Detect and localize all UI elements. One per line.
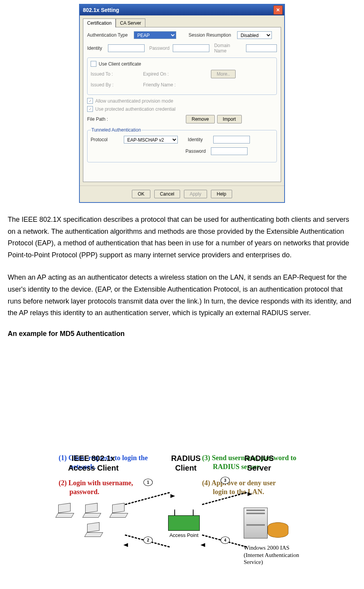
settings-dialog: 802.1x Setting ✕ Certification CA Server… — [79, 4, 285, 203]
step-marker-3: 3 — [221, 477, 230, 484]
apply-button[interactable]: Apply — [184, 190, 207, 198]
laptop-icon — [111, 504, 128, 517]
titlebar[interactable]: 802.1x Setting ✕ — [80, 5, 284, 15]
help-button[interactable]: Help — [211, 190, 232, 198]
allow-unauth-check: ✓ Allow unauthenticated provision mode — [87, 98, 277, 104]
file-path-label: File Path : — [87, 116, 184, 122]
password-label: Password — [149, 46, 171, 51]
remove-button[interactable]: Remove — [186, 115, 215, 123]
arrowhead-icon — [248, 492, 252, 496]
radius-server-title: RADIUSServer — [236, 454, 282, 473]
password-input[interactable] — [173, 44, 209, 52]
step-marker-4: 4 — [221, 537, 230, 544]
access-client-title: IEEE 802.1xAccess Client — [59, 454, 128, 473]
paragraph-1: The IEEE 802.1X specification describes … — [8, 214, 356, 261]
example-heading: An example for MD5 Authentication — [8, 330, 356, 338]
domain-name-label: Domain Name — [214, 43, 244, 54]
tab-certification[interactable]: Certification — [83, 19, 116, 27]
friendly-name-label: Friendly Name : — [143, 82, 176, 88]
ok-button[interactable]: OK — [132, 190, 150, 198]
protocol-label: Protocol — [91, 137, 121, 142]
server-icon — [244, 508, 268, 538]
tun-identity-input[interactable] — [213, 136, 250, 143]
arrowhead-icon — [170, 494, 175, 498]
tab-strip: Certification CA Server — [80, 15, 284, 27]
radius-client-title: RADIUSClient — [163, 454, 209, 473]
checkbox-icon: ✓ — [87, 98, 93, 104]
cancel-button[interactable]: Cancel — [154, 190, 180, 198]
session-resumption-select[interactable]: Disabled — [237, 31, 272, 39]
tun-password-label: Password — [185, 149, 209, 154]
server-caption: Windows 2000 IAS (Internet Authenticatio… — [244, 544, 299, 566]
domain-name-input[interactable] — [246, 44, 277, 52]
use-protected-check: ✓ Use protected authentication credentia… — [87, 106, 277, 112]
identity-input[interactable] — [108, 44, 145, 52]
paragraph-2: When an AP acting as an authenticator de… — [8, 272, 356, 319]
database-icon — [268, 522, 288, 538]
document-page: 802.1x Setting ✕ Certification CA Server… — [0, 4, 364, 589]
client-cert-group: Use Client certificate Issued To : Expir… — [87, 57, 277, 95]
expired-on-label: Expired On : — [143, 71, 209, 77]
close-icon[interactable]: ✕ — [273, 5, 283, 15]
import-button[interactable]: Import — [217, 115, 242, 123]
access-point-icon: Access Point — [165, 515, 203, 538]
md5-auth-diagram: IEEE 802.1xAccess Client RADIUSClient RA… — [35, 454, 329, 589]
more-button[interactable]: More.. — [211, 70, 236, 78]
auth-type-label: Authentication Type — [87, 32, 131, 38]
protocol-select[interactable]: EAP-MSCHAP v2 — [124, 136, 178, 143]
laptop-icon — [84, 504, 101, 517]
issued-to-label: Issued To : — [91, 71, 141, 77]
tun-password-input[interactable] — [211, 147, 248, 155]
laptop-icon — [86, 523, 103, 536]
tunneled-auth-legend: Tunneled Authentication — [91, 127, 142, 133]
step-marker-1: 1 — [143, 479, 153, 486]
dialog-footer: OK Cancel Apply Help — [80, 186, 284, 202]
laptop-icon — [57, 504, 74, 517]
tun-identity-label: Identity — [188, 137, 211, 142]
auth-type-select[interactable]: PEAP — [134, 31, 176, 39]
step-marker-2: 2 — [143, 537, 153, 544]
tab-ca-server[interactable]: CA Server — [116, 19, 145, 27]
tab-panel: Authentication Type PEAP Session Resumpt… — [83, 27, 281, 182]
arrowhead-icon — [201, 543, 205, 547]
tunneled-auth-group: Tunneled Authentication Protocol EAP-MSC… — [87, 127, 277, 162]
checkbox-icon — [91, 61, 96, 67]
issued-by-label: Issued By : — [91, 82, 141, 88]
arrowhead-icon — [123, 543, 128, 547]
window-title: 802.1x Setting — [81, 7, 273, 13]
session-resumption-label: Session Resumption — [189, 32, 235, 38]
checkbox-icon: ✓ — [87, 106, 93, 112]
use-client-cert-check[interactable]: Use Client certificate — [91, 61, 273, 67]
identity-label: Identity — [87, 46, 106, 51]
